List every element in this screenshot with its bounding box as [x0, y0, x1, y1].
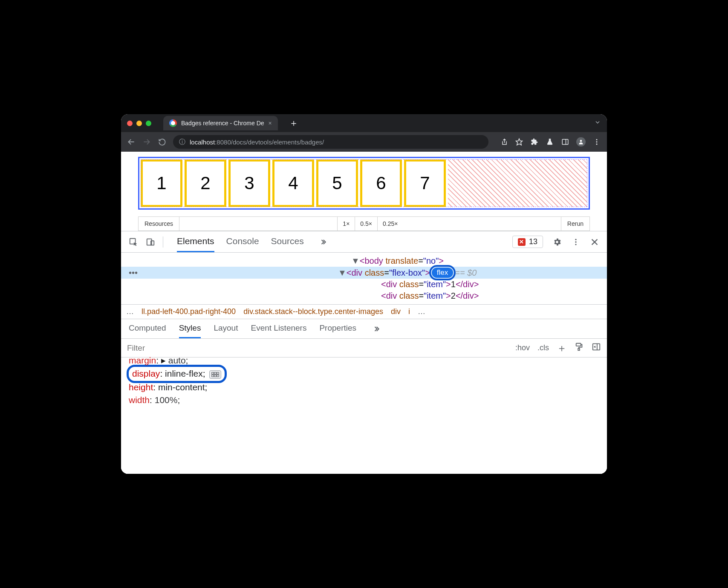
url-text: localhost:8080/docs/devtools/elements/ba… [190, 138, 324, 146]
svg-rect-23 [217, 372, 219, 375]
new-tab-button[interactable]: ＋ [289, 117, 298, 130]
flex-editor-icon[interactable] [209, 370, 221, 379]
dom-flexbox-selected[interactable]: ••• ▼<div class="flex-box"> flex == $0 [121, 267, 607, 279]
cls-toggle[interactable]: .cls [537, 343, 549, 352]
tab-layout[interactable]: Layout [214, 319, 238, 338]
tab-styles[interactable]: Styles [179, 319, 201, 338]
tab-close-icon[interactable]: × [269, 120, 272, 127]
flex-free-space-icon [448, 159, 587, 207]
close-devtools-icon[interactable] [590, 237, 599, 247]
maximize-window-icon[interactable] [146, 121, 151, 126]
more-tabs-icon[interactable] [318, 231, 327, 252]
css-margin[interactable]: margin: ▸ auto; [129, 354, 599, 367]
breadcrumb-item[interactable]: div.stack.stack--block.type.center-image… [243, 307, 383, 316]
devtools-right: ✕13 [512, 236, 599, 248]
flex-badge[interactable]: flex [432, 268, 453, 278]
zoom-05x[interactable]: 0.5× [355, 217, 377, 231]
tab-properties[interactable]: Properties [319, 319, 356, 338]
tabs-menu-icon[interactable] [594, 119, 601, 127]
selected-node-marker: == $0 [455, 268, 477, 278]
error-x-icon: ✕ [518, 238, 526, 246]
tab-sources[interactable]: Sources [271, 231, 304, 252]
labs-icon[interactable] [546, 138, 554, 146]
rerun-button[interactable]: Rerun [561, 217, 589, 231]
sidebar-toggle-icon[interactable] [592, 342, 601, 354]
viewport: 1 2 3 4 5 6 7 Resources 1× 0.5× 0.25× Re… [121, 152, 607, 474]
back-icon[interactable] [127, 138, 136, 146]
svg-rect-25 [214, 375, 217, 377]
browser-tab[interactable]: Badges reference - Chrome De × [163, 116, 278, 130]
chrome-logo-icon [169, 119, 177, 127]
svg-rect-18 [578, 349, 580, 351]
svg-rect-21 [212, 372, 214, 375]
traffic-lights [127, 121, 151, 126]
profile-avatar[interactable] [576, 137, 586, 147]
dom-item-2[interactable]: <div class="item">2</div> [121, 290, 607, 302]
address-bar: ⓘ localhost:8080/docs/devtools/elements/… [121, 132, 607, 152]
share-icon[interactable] [500, 138, 508, 146]
zoom-1x[interactable]: 1× [337, 217, 355, 231]
zoom-025x[interactable]: 0.25× [377, 217, 403, 231]
resources-button[interactable]: Resources [139, 217, 179, 231]
paint-icon[interactable] [575, 342, 584, 354]
breadcrumb-item[interactable]: ll.pad-left-400.pad-right-400 [142, 307, 236, 316]
settings-gear-icon[interactable] [552, 237, 562, 247]
tab-event-listeners[interactable]: Event Listeners [251, 319, 306, 338]
breadcrumb[interactable]: … ll.pad-left-400.pad-right-400 div.stac… [121, 304, 607, 319]
devtools-toolbar: Elements Console Sources ✕13 [121, 231, 607, 253]
tab-elements[interactable]: Elements [177, 231, 214, 252]
minimize-window-icon[interactable] [136, 121, 142, 126]
flex-item: 6 [360, 159, 402, 207]
dom-body-open[interactable]: ▼<body translate="no"> [121, 255, 607, 267]
error-counter[interactable]: ✕13 [512, 236, 543, 248]
tab-console[interactable]: Console [226, 231, 259, 252]
demo-area: 1 2 3 4 5 6 7 Resources 1× 0.5× 0.25× Re… [121, 152, 607, 231]
menu-icon[interactable] [592, 138, 601, 146]
flex-item: 2 [185, 159, 226, 207]
styles-filter-input[interactable] [121, 343, 509, 353]
css-rules[interactable]: margin: ▸ auto; display: inline-flex; he… [121, 357, 607, 409]
close-window-icon[interactable] [127, 121, 133, 126]
svg-point-7 [596, 141, 598, 143]
svg-point-12 [575, 239, 576, 240]
dom-item-1[interactable]: <div class="item">1</div> [121, 279, 607, 290]
site-info-icon[interactable]: ⓘ [179, 138, 185, 146]
flex-item: 5 [316, 159, 358, 207]
breadcrumb-item[interactable]: div [391, 307, 401, 316]
svg-point-5 [580, 140, 582, 142]
flex-container-overlay: 1 2 3 4 5 6 7 [138, 157, 590, 210]
css-display-highlighted[interactable]: display: inline-flex; [129, 367, 225, 380]
kebab-menu-icon[interactable] [571, 237, 581, 247]
forward-icon[interactable] [142, 138, 151, 146]
tab-computed[interactable]: Computed [129, 319, 166, 338]
css-height[interactable]: height: min-content; [129, 381, 599, 394]
hov-toggle[interactable]: :hov [515, 343, 530, 352]
addrbar-actions [500, 137, 601, 147]
new-style-rule-icon[interactable]: ＋ [557, 341, 567, 355]
omnibox[interactable]: ⓘ localhost:8080/docs/devtools/elements/… [173, 135, 488, 149]
device-toolbar-icon[interactable] [146, 237, 155, 247]
svg-point-13 [575, 241, 576, 242]
svg-point-8 [596, 144, 598, 145]
svg-point-14 [575, 244, 576, 245]
browser-window: Badges reference - Chrome De × ＋ ⓘ local… [121, 114, 607, 474]
breadcrumb-item[interactable]: i [408, 307, 410, 316]
more-styles-tabs-icon[interactable] [372, 319, 380, 338]
panel-icon[interactable] [561, 138, 569, 146]
devtools-panel: Elements Console Sources ✕13 ▼<body tran… [121, 231, 607, 474]
dom-tree[interactable]: ▼<body translate="no"> ••• ▼<div class="… [121, 253, 607, 304]
demo-toolbar: Resources 1× 0.5× 0.25× Rerun [138, 216, 590, 231]
bookmark-icon[interactable] [515, 138, 523, 146]
css-width[interactable]: width: 100%; [129, 394, 599, 406]
flex-item: 3 [228, 159, 270, 207]
inspect-element-icon[interactable] [129, 237, 138, 247]
svg-rect-17 [576, 343, 581, 346]
svg-rect-26 [217, 375, 219, 377]
styles-tabs: Computed Styles Layout Event Listeners P… [121, 319, 607, 339]
flex-item: 1 [141, 159, 182, 207]
extensions-icon[interactable] [530, 138, 539, 146]
zoom-controls: 1× 0.5× 0.25× [337, 217, 403, 231]
reload-icon[interactable] [158, 138, 166, 146]
svg-point-6 [596, 139, 598, 140]
svg-rect-22 [214, 372, 217, 375]
